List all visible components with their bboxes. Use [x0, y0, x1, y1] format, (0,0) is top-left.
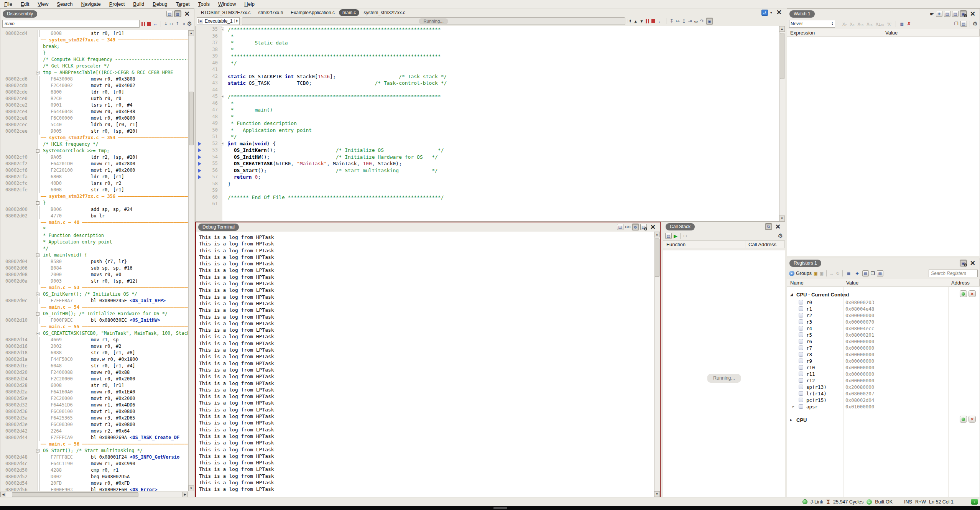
disasm-line[interactable]: 08002cf09A05ldr r2, [sp, #20]	[1, 154, 188, 161]
register-row[interactable]: r110x00000000	[787, 371, 980, 377]
column-value[interactable]: Value	[843, 279, 948, 286]
disasm-line[interactable]: 08002d36F6C00100movt r1, #0x0800	[1, 408, 188, 415]
chip-gray-icon[interactable]: ▣	[819, 271, 823, 276]
disasm-line[interactable]: 08002cf6F2C20100movt r1, #0x2000	[1, 167, 188, 174]
watch1-icon[interactable]: ▣	[960, 11, 967, 17]
group-refresh-icon[interactable]	[960, 290, 967, 297]
mixed-mode-icon[interactable]: ▦	[174, 11, 181, 17]
pause-icon[interactable]	[646, 19, 649, 23]
tab-stm32f7xx.h[interactable]: stm32f7xx.h	[255, 9, 287, 16]
run-icon[interactable]: ▶	[674, 233, 677, 239]
disasm-line[interactable]: * Application entry point	[1, 239, 188, 245]
disasm-line[interactable]: /* Compute HCLK frequency --------------…	[1, 56, 188, 63]
disasm-line[interactable]: —— main.c — 53 —————————————————————————…	[1, 285, 188, 291]
disassembly-hscrollbar[interactable]: ◀ ▶	[0, 492, 188, 497]
fold-icon[interactable]: −	[36, 201, 39, 205]
register-row[interactable]: r70x00000000	[787, 345, 980, 351]
disasm-line[interactable]: 08002d504288cmp r0, r1	[1, 467, 188, 474]
disasm-line[interactable]: /* Get HCLK prescaler */	[1, 63, 188, 69]
disasm-line[interactable]: 08002cfe6008str r0, [r1]	[1, 187, 188, 193]
tab-ExampleApplication.c[interactable]: ExampleApplication.c	[287, 9, 338, 16]
close-icon[interactable]: ✕	[968, 11, 977, 17]
split-editor-icon[interactable]: ⇄	[761, 10, 768, 16]
disasm-line[interactable]: 08002d06B084sub sp, sp, #16	[1, 265, 188, 271]
disasm-line[interactable]: —— main.c — 54 —————————————————————————…	[1, 304, 188, 311]
code-line[interactable]: 47 * main()	[196, 107, 785, 114]
disasm-line[interactable]: 08002d082000movs r0, #0	[1, 271, 188, 278]
call-stack-mode-icon[interactable]: ⧉	[765, 224, 772, 230]
refresh-mode-select[interactable]: Never ▲▼	[789, 20, 835, 28]
disasm-line[interactable]: 08002d52D002beq 0x08002D5A	[1, 474, 188, 480]
disasm-line[interactable]: —— system_stm32f7xx.c — 354 ————————————…	[1, 135, 188, 141]
code-line[interactable]: 39 *************************************…	[196, 53, 785, 60]
code-line[interactable]: 52−int main(void) {	[196, 140, 785, 147]
register-checkbox[interactable]	[799, 359, 803, 363]
disasm-line[interactable]: break;	[1, 43, 188, 50]
menu-search[interactable]: Search	[53, 0, 77, 8]
expand-icon[interactable]: ▸	[793, 403, 794, 410]
fold-icon[interactable]: −	[36, 293, 39, 296]
search-registers-input[interactable]: Search Registers	[929, 270, 978, 277]
disasm-line[interactable]: 08002d144669mov r1, sp	[1, 337, 188, 343]
disasm-line[interactable]: }	[1, 50, 188, 56]
disasm-line[interactable]: −OS_Start(); /* Start multitasking */	[1, 447, 188, 454]
register-checkbox[interactable]	[799, 345, 803, 350]
show-frames-icon[interactable]: ▤	[665, 233, 672, 239]
disasm-line[interactable]: 08002d024770bx lr	[1, 213, 188, 219]
format-X-button[interactable]: X₈	[848, 22, 856, 26]
register-checkbox[interactable]	[799, 365, 803, 370]
disasm-line[interactable]: 08002d162002movs r0, #2	[1, 343, 188, 350]
disasm-line[interactable]: 08002d286008str r0, [r1]	[1, 382, 188, 389]
run-to-cursor-icon[interactable]: ⇥	[181, 21, 185, 26]
disasm-line[interactable]: 08002d1e6048str r0, [r1, #4]	[1, 363, 188, 369]
disasm-line[interactable]: 08002d2aF64160A0movw r0, #0x1EA0	[1, 389, 188, 395]
fold-icon[interactable]: −	[36, 332, 39, 335]
column-value[interactable]: Value	[882, 29, 980, 36]
disasm-line[interactable]: 08002d2eF2C20000movt r0, #0x2000	[1, 395, 188, 402]
fold-icon[interactable]: −	[36, 149, 39, 153]
step-next-statement-icon[interactable]: ↷	[700, 18, 704, 24]
register-row[interactable]: r00x08000203	[787, 299, 980, 306]
code-line[interactable]: 43static OS_TASK TCB0; /* Task-control-b…	[196, 80, 785, 87]
register-row[interactable]: r100x00000000	[787, 364, 980, 371]
column-function[interactable]: Function	[663, 241, 745, 248]
code-line[interactable]: 59	[196, 187, 785, 194]
menu-help[interactable]: Help	[240, 0, 259, 8]
disasm-line[interactable]: 08002d1aF44F50C0mov.w r0, #0x1800	[1, 356, 188, 363]
code-line[interactable]: 58}	[196, 181, 785, 188]
hand-modify-icon[interactable]: ☛	[930, 11, 934, 17]
code-line[interactable]: 45−/************************************…	[196, 93, 785, 100]
column-call-address[interactable]: Call Address	[745, 241, 785, 248]
disasm-line[interactable]: 08002cfa6808ldr r0, [r1]	[1, 174, 188, 180]
disasm-line[interactable]: 08002ce20901lsrs r1, r0, #4	[1, 102, 188, 109]
disasm-line[interactable]: 08002cf2F64201D0movw r1, #0x28D0	[1, 161, 188, 167]
code-line[interactable]: 37 * Static data	[196, 39, 785, 46]
code-line[interactable]: 41	[196, 66, 785, 73]
show-source-icon[interactable]: ▤	[166, 11, 173, 17]
scroll-left-icon[interactable]: ◀	[0, 492, 6, 497]
scroll-down-icon[interactable]: ▼	[188, 485, 194, 491]
disasm-line[interactable]: 08002d56F000F903bl 0x08002F60 <OS_Error>	[1, 487, 188, 491]
menu-project[interactable]: Project	[105, 0, 129, 8]
gear-icon[interactable]: ⚙	[187, 20, 192, 27]
code-line[interactable]: 57 return 0;	[196, 174, 785, 181]
autorefresh-icon[interactable]: ▦	[845, 270, 852, 276]
column-expression[interactable]: Expression	[787, 29, 882, 36]
go-back-icon[interactable]: ←	[658, 18, 663, 24]
disasm-line[interactable]: 08002cfc40D0lsrs r0, r2	[1, 180, 188, 187]
disasm-line[interactable]: 08002d44F7FFFCA9bl 0x0800269A <OS_TASK_C…	[1, 434, 188, 441]
register-group-cpu-context[interactable]: ◢ CPU - Current Context ✕	[787, 290, 980, 299]
refresh-icon[interactable]: ↻	[836, 271, 840, 276]
register-row[interactable]: pc(r15)0x08002d04	[787, 397, 980, 403]
tab-main.c[interactable]: main.c	[339, 9, 359, 16]
code-line[interactable]: 54 OS_InitHW(); /* Initialize Hardware f…	[196, 154, 785, 161]
disasm-line[interactable]: 08002cee9005str r0, [sp, #20]	[1, 128, 188, 135]
step-over-icon[interactable]: ↦	[169, 21, 173, 26]
code-line[interactable]: 53 OS_InitKern(); /* Initialize OS */	[196, 147, 785, 154]
disasm-line[interactable]: 08002d4cF64C1190movw r1, #0xC990	[1, 461, 188, 467]
properties-icon[interactable]: ▤	[862, 270, 869, 276]
column-address[interactable]: Address	[948, 279, 980, 286]
register-checkbox[interactable]	[799, 378, 803, 383]
menu-file[interactable]: File	[0, 0, 16, 8]
disasm-line[interactable]: −SystemCoreClock >>= tmp;	[1, 148, 188, 154]
